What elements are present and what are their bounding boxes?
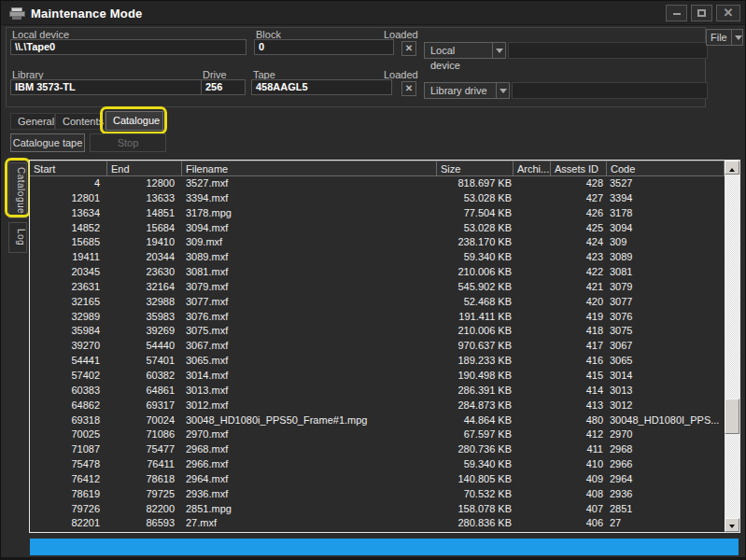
column-header-size[interactable]: Size [437,161,514,176]
table-row[interactable]: 32989359833076.mxf191.411 KB4193076 [30,310,725,325]
table-row[interactable]: 4128003527.mxf818.697 KB4283527 [30,176,725,191]
title-bar[interactable]: Maintenance Mode ✕ [1,1,745,25]
cell: 2936 [607,487,725,502]
table-row[interactable]: 71087754772968.mxf280.736 KB4112968 [30,442,725,457]
cell: 75478 [30,457,107,472]
tab-general[interactable]: General [10,113,55,130]
scroll-down-button[interactable] [725,518,739,532]
table-row[interactable]: 57402603823014.mxf190.498 KB4153014 [30,369,725,384]
device-type-dropdown[interactable]: Local device [424,42,506,59]
chevron-down-icon[interactable] [492,43,505,58]
cell: 2970 [607,427,725,442]
maximize-button[interactable] [691,5,712,21]
table-row[interactable]: 13634148513178.mpg77.504 KB4263178 [30,206,725,221]
minimize-button[interactable] [666,5,687,21]
chevron-down-icon[interactable] [496,83,509,98]
table-row[interactable]: 35984392693075.mxf210.006 KB4183075 [30,324,725,339]
cell [514,399,551,413]
cell: 54440 [107,339,182,354]
cell: 2970.mxf [182,427,437,442]
cell: 19411 [30,250,107,265]
column-header-assets-id[interactable]: Assets ID [551,161,607,176]
cell: 3081 [607,265,725,280]
cell: 12800 [107,176,182,191]
scrollbar-thumb[interactable] [725,399,739,434]
cell: 27 [607,516,725,531]
file-menu-label: File [707,30,731,45]
cell: 71086 [107,427,182,442]
minimize-icon [673,13,681,15]
maximize-icon [697,9,706,17]
drive-type-dropdown[interactable]: Library drive [424,82,510,99]
close-button[interactable]: ✕ [716,5,740,21]
column-header-filename[interactable]: Filename [182,161,437,176]
table-row[interactable]: 20345236303081.mxf210.006 KB4223081 [30,265,725,280]
block-field[interactable]: 0 [254,39,394,55]
table-row[interactable]: 70025710862970.mxf67.597 KB4122970 [30,427,725,442]
table-row[interactable]: 1568519410309.mxf238.170 KB424309 [30,235,725,250]
drive-extra-field[interactable] [512,82,708,99]
cell: 280.836 KB [437,516,514,531]
table-body[interactable]: 4128003527.mxf818.697 KB4283527128011363… [30,176,725,532]
cell: 35983 [107,310,182,325]
file-menu-button[interactable]: File [706,29,743,46]
stop-button[interactable]: Stop [90,133,166,152]
cell: 64862 [30,399,107,413]
column-header-code[interactable]: Code [607,161,725,176]
table-row[interactable]: 822018659327.mxf280.836 KB40627 [30,516,725,531]
cell: 417 [551,339,607,354]
column-header-archi[interactable]: Archi... [514,161,551,176]
table-row[interactable]: 39270544403067.mxf970.637 KB4173067 [30,339,725,354]
table-row[interactable]: 64862693173012.mxf284.873 KB4133012 [30,399,725,413]
table-row[interactable]: 78619797252936.mxf70.532 KB4082936 [30,487,725,502]
table-row[interactable]: 75478764112966.mxf59.340 KB4102966 [30,457,725,472]
cell: 408 [551,487,607,502]
cell: 32165 [30,295,107,310]
cell: 69318 [30,413,107,428]
cell: 2968 [607,442,725,457]
cell: 23630 [107,265,182,280]
table-row[interactable]: 79726822002851.mpg158.078 KB4072851 [30,502,725,517]
cell: 67.597 KB [437,427,514,442]
unload-drive-button[interactable]: ✕ [401,81,416,96]
tab-contents[interactable]: Contents [55,113,106,130]
cell [514,339,551,354]
table-row[interactable]: 23631321643079.mxf545.902 KB4213079 [30,280,725,295]
table-row[interactable]: 12801136333394.mxf53.028 KB4273394 [30,191,725,206]
cell [514,487,551,502]
vertical-scrollbar[interactable] [725,161,739,532]
cell: 53.028 KB [437,221,514,236]
cell [514,502,551,517]
side-tab-log[interactable]: Log [8,222,27,253]
table-row[interactable]: 60383648613013.mxf286.391 KB4143013 [30,384,725,399]
cell: 410 [551,457,607,472]
library-field[interactable]: IBM 3573-TL [10,79,214,95]
column-header-start[interactable]: Start [30,161,107,176]
cell: 70024 [107,413,182,428]
cell: 3014 [607,369,725,384]
local-device-field[interactable]: \\.\Tape0 [10,39,246,55]
scroll-up-button[interactable] [725,161,739,175]
tape-field[interactable]: 458AAGL5 [251,79,392,95]
cell: 3094.mxf [182,221,437,236]
table-row[interactable]: 19411203443089.mxf59.340 KB4233089 [30,250,725,265]
table-row[interactable]: 693187002430048_HD1080i_PPS50_Frame#1.mp… [30,413,725,428]
cell: 4 [30,176,107,191]
table-row[interactable]: 76412786182964.mxf140.805 KB4092964 [30,472,725,487]
app-window: Maintenance Mode ✕ Local device \\.\Tape… [0,0,746,560]
cell: 44.864 KB [437,413,514,428]
unload-device-button[interactable]: ✕ [401,41,416,56]
catalogue-tape-button[interactable]: Catalogue tape [10,133,85,152]
table-row[interactable]: 54441574013065.mxf189.233 KB4163065 [30,354,725,369]
cell: 59.340 KB [437,457,514,472]
table-row[interactable]: 14852156843094.mxf53.028 KB4253094 [30,221,725,236]
cell: 78619 [30,487,107,502]
drive-field[interactable]: 256 [201,79,246,95]
device-type-value: Local device [425,43,492,58]
table-row[interactable]: 32165329883077.mxf52.468 KB4203077 [30,295,725,310]
column-header-end[interactable]: End [107,161,182,176]
chevron-down-icon[interactable] [731,30,742,45]
cell: 77.504 KB [437,206,514,221]
cell [514,295,551,310]
device-extra-field[interactable] [508,42,708,59]
